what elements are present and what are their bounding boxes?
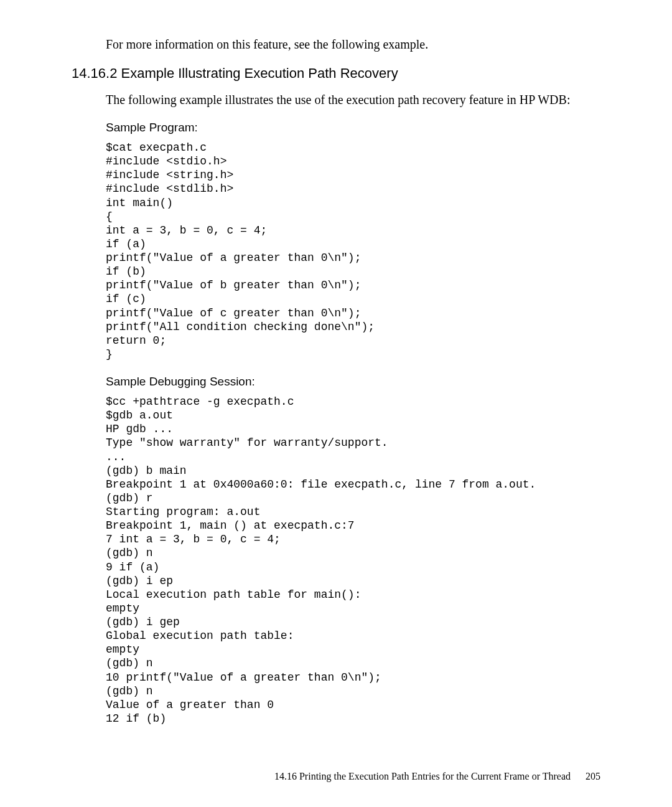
sample-session-code: $cc +pathtrace -g execpath.c $gdb a.out … bbox=[106, 395, 600, 725]
section-number: 14.16.2 bbox=[72, 65, 117, 81]
intro-text: For more information on this feature, se… bbox=[106, 37, 600, 52]
sample-session-heading: Sample Debugging Session: bbox=[106, 375, 600, 389]
body-text: The following example illustrates the us… bbox=[106, 92, 600, 108]
page-number: 205 bbox=[586, 771, 600, 781]
sample-program-heading: Sample Program: bbox=[106, 121, 600, 134]
sample-program-code: $cat execpath.c #include <stdio.h> #incl… bbox=[106, 141, 600, 361]
section-heading: 14.16.2 Example Illustrating Execution P… bbox=[72, 65, 600, 82]
page-footer: 14.16 Printing the Execution Path Entrie… bbox=[274, 771, 600, 782]
footer-text: 14.16 Printing the Execution Path Entrie… bbox=[274, 771, 571, 781]
section-title: Example Illustrating Execution Path Reco… bbox=[121, 65, 398, 81]
